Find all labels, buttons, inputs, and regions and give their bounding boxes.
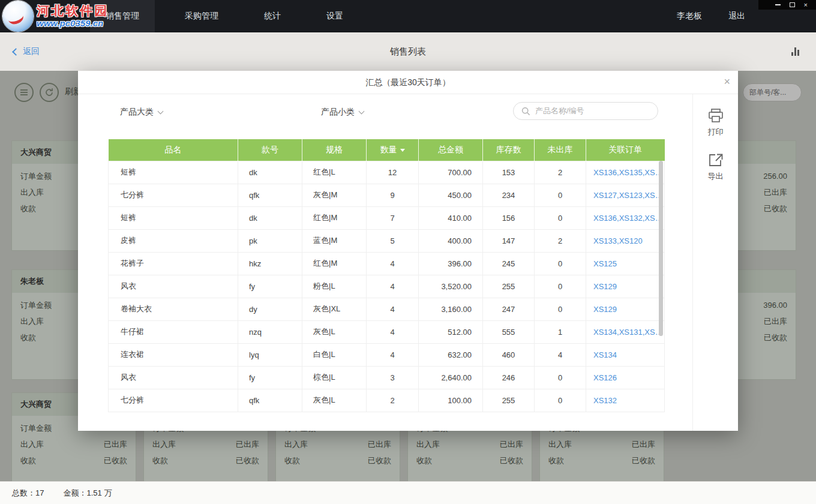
related-orders-link[interactable]: XS134,XS131,XS122... <box>586 320 665 343</box>
export-icon <box>708 153 724 167</box>
cell-spec: 灰色|L <box>302 389 367 412</box>
col-related-orders[interactable]: 关联订单 <box>586 139 665 161</box>
related-orders-link[interactable]: XS129 <box>586 275 665 298</box>
cell-spec: 灰色|L <box>302 320 367 343</box>
cell-quantity: 4 <box>367 343 419 366</box>
related-orders-link[interactable]: XS136,XS132,XS124... <box>586 206 665 229</box>
minor-category-label: 产品小类 <box>321 107 355 116</box>
main-menu: 销售管理 采购管理 统计 设置 <box>90 0 373 32</box>
cell-spec: 红色|M <box>302 206 367 229</box>
watermark-logo-icon <box>2 1 34 32</box>
related-orders-link[interactable]: XS134 <box>586 343 665 366</box>
col-style-code[interactable]: 款号 <box>238 139 302 161</box>
related-orders-link[interactable]: XS127,XS123,XS122... <box>586 184 665 206</box>
cell-style-code: qfk <box>238 389 302 412</box>
table-row[interactable]: 七分裤 qfk 灰色|M 9 450.00 234 0 XS127,XS123,… <box>109 184 665 206</box>
print-label: 打印 <box>693 127 738 137</box>
export-label: 导出 <box>693 171 738 182</box>
cell-spec: 灰色|M <box>302 184 367 206</box>
cell-unshipped: 1 <box>535 320 586 343</box>
cell-stock: 255 <box>483 389 535 412</box>
product-search-placeholder: 产品名称/编号 <box>535 106 584 116</box>
cell-total-amount: 410.00 <box>419 206 483 229</box>
modal-action-rail: 打印 导出 <box>692 94 738 431</box>
col-unshipped[interactable]: 未出库 <box>535 139 586 161</box>
related-orders-link[interactable]: XS129 <box>586 298 665 320</box>
cell-total-amount: 450.00 <box>419 184 483 206</box>
cell-unshipped: 0 <box>535 366 586 389</box>
minimize-icon[interactable] <box>775 4 781 5</box>
cell-stock: 147 <box>483 229 535 252</box>
table-row[interactable]: 七分裤 qfk 灰色|L 2 100.00 255 0 XS132 <box>109 389 665 412</box>
cell-stock: 246 <box>483 366 535 389</box>
cell-quantity: 2 <box>367 389 419 412</box>
close-window-icon[interactable]: × <box>804 2 808 8</box>
cell-unshipped: 4 <box>535 343 586 366</box>
col-spec[interactable]: 规格 <box>302 139 367 161</box>
current-user[interactable]: 李老板 <box>677 11 702 22</box>
bar-chart-icon[interactable] <box>791 47 799 56</box>
related-orders-link[interactable]: XS125 <box>586 252 665 275</box>
col-product-name[interactable]: 品名 <box>109 139 238 161</box>
menu-settings[interactable]: 设置 <box>311 0 359 32</box>
cell-total-amount: 400.00 <box>419 229 483 252</box>
table-row[interactable]: 卷袖大衣 dy 灰色|XL 4 3,160.00 247 0 XS129 <box>109 298 665 320</box>
table-row[interactable]: 花裤子 hkz 红色|M 4 396.00 245 0 XS125 <box>109 252 665 275</box>
product-search-input[interactable]: 产品名称/编号 <box>513 102 658 120</box>
cell-total-amount: 512.00 <box>419 320 483 343</box>
cell-quantity: 3 <box>367 366 419 389</box>
table-row[interactable]: 短裤 dk 红色|L 12 700.00 153 2 XS136,XS135,X… <box>109 161 665 184</box>
back-button[interactable]: 返回 <box>13 32 40 71</box>
cell-quantity: 4 <box>367 275 419 298</box>
table-row[interactable]: 连衣裙 lyq 白色|L 4 632.00 460 4 XS134 <box>109 343 665 366</box>
col-stock[interactable]: 库存数 <box>483 139 535 161</box>
table-row[interactable]: 风衣 fy 棕色|L 3 2,640.00 246 0 XS126 <box>109 366 665 389</box>
col-quantity[interactable]: 数量 <box>367 139 419 161</box>
related-orders-link[interactable]: XS136,XS135,XS1... <box>586 161 665 184</box>
cell-style-code: qfk <box>238 184 302 206</box>
cell-quantity: 9 <box>367 184 419 206</box>
chevron-down-icon <box>359 109 365 115</box>
table-row[interactable]: 皮裤 pk 蓝色|M 5 400.00 147 2 XS133,XS120 <box>109 229 665 252</box>
cell-unshipped: 0 <box>535 389 586 412</box>
cell-unshipped: 0 <box>535 298 586 320</box>
export-button[interactable]: 导出 <box>693 153 738 182</box>
maximize-icon[interactable] <box>790 2 795 7</box>
cell-spec: 白色|L <box>302 343 367 366</box>
related-orders-link[interactable]: XS133,XS120 <box>586 229 665 252</box>
user-zone: 李老板 退出 <box>677 0 745 32</box>
print-button[interactable]: 打印 <box>693 109 738 137</box>
menu-purchase[interactable]: 采购管理 <box>169 0 234 32</box>
cell-stock: 255 <box>483 275 535 298</box>
table-row[interactable]: 短裤 dk 红色|M 7 410.00 156 0 XS136,XS132,XS… <box>109 206 665 229</box>
table-scrollbar[interactable] <box>659 161 663 336</box>
table-row[interactable]: 牛仔裙 nzq 灰色|L 4 512.00 555 1 XS134,XS131,… <box>109 320 665 343</box>
back-chevron-icon <box>12 48 20 56</box>
menu-statistics[interactable]: 统计 <box>248 0 296 32</box>
cell-total-amount: 396.00 <box>419 252 483 275</box>
cell-stock: 156 <box>483 206 535 229</box>
cell-product-name: 短裤 <box>109 161 238 184</box>
col-total-amount[interactable]: 总金额 <box>419 139 483 161</box>
logout-button[interactable]: 退出 <box>728 11 745 22</box>
modal-title: 汇总（最近30天订单） <box>78 71 738 94</box>
modal-close-icon[interactable]: × <box>724 75 730 88</box>
cell-stock: 245 <box>483 252 535 275</box>
cell-product-name: 风衣 <box>109 366 238 389</box>
cell-stock: 460 <box>483 343 535 366</box>
major-category-dropdown[interactable]: 产品大类 <box>120 107 163 118</box>
related-orders-link[interactable]: XS126 <box>586 366 665 389</box>
related-orders-link[interactable]: XS132 <box>586 389 665 412</box>
cell-total-amount: 2,640.00 <box>419 366 483 389</box>
minor-category-dropdown[interactable]: 产品小类 <box>321 107 364 118</box>
cell-unshipped: 2 <box>535 161 586 184</box>
cell-product-name: 皮裤 <box>109 229 238 252</box>
major-category-label: 产品大类 <box>120 107 154 116</box>
cell-product-name: 风衣 <box>109 275 238 298</box>
cell-quantity: 4 <box>367 298 419 320</box>
cell-spec: 粉色|L <box>302 275 367 298</box>
cell-product-name: 七分裤 <box>109 184 238 206</box>
table-row[interactable]: 风衣 fy 粉色|L 4 3,520.00 255 0 XS129 <box>109 275 665 298</box>
cell-style-code: dk <box>238 206 302 229</box>
cell-spec: 灰色|XL <box>302 298 367 320</box>
